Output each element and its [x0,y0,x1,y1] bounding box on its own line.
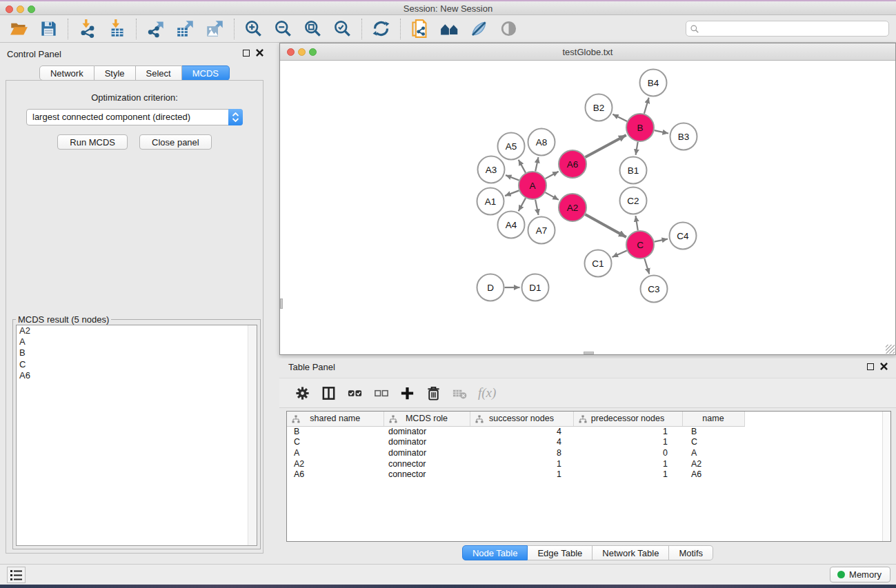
close-panel-icon[interactable] [880,363,888,370]
hide-selected-button[interactable] [464,17,494,41]
graph-edge-B-B1[interactable] [636,142,638,155]
apply-layout-button[interactable] [366,17,396,41]
task-history-button[interactable] [7,567,26,583]
tab-edge-table[interactable]: Edge Table [528,545,593,560]
export-image-button[interactable] [200,17,230,41]
close-panel-button[interactable]: Close panel [139,134,212,150]
window-resize-grip[interactable] [886,345,895,354]
import-table-button[interactable] [102,17,132,41]
graph-edge-A-A1[interactable] [505,190,519,196]
graph-edge-A-A2[interactable] [545,192,559,200]
table-cell: B [287,426,384,437]
network-canvas[interactable]: AA1A2A3A4A5A6A7A8BB1B2B3B4CC1C2C3C4DD1 [280,61,895,354]
list-item[interactable]: B [17,347,257,358]
graph-edge-C-C2[interactable] [636,216,638,230]
tab-select[interactable]: Select [136,65,182,81]
graph-edge-B-B2[interactable] [613,114,627,121]
run-mcds-button[interactable]: Run MCDS [57,134,128,150]
open-session-button[interactable] [4,17,34,41]
tab-node-table[interactable]: Node Table [462,545,528,560]
delete-table-button[interactable] [446,381,472,405]
column-header[interactable]: successor nodes [470,412,573,426]
search-input[interactable] [699,22,888,35]
graph-edge-A-A3[interactable] [506,175,519,180]
tab-style[interactable]: Style [94,65,136,81]
table-row[interactable]: Bdominator41B [287,426,744,437]
mcds-result-list[interactable]: A2ABCA6 [16,325,257,546]
tab-motifs[interactable]: Motifs [669,545,713,560]
tab-network[interactable]: Network [39,65,94,81]
graph-edge-A-A5[interactable] [519,160,526,173]
add-column-button[interactable] [394,381,420,405]
graph-edge-A-A6[interactable] [546,172,559,179]
graph-edge-C-C3[interactable] [644,258,649,274]
import-network-icon [78,19,97,38]
memory-button[interactable]: Memory [830,567,890,582]
import-network-button[interactable] [72,17,102,41]
graph-edge-B-B3[interactable] [655,130,668,133]
clone-network-button[interactable] [405,17,435,41]
column-header[interactable]: shared name [287,412,384,426]
column-header[interactable]: predecessor nodes [573,412,682,426]
float-panel-icon[interactable] [867,363,874,370]
close-panel-icon[interactable] [256,49,263,57]
delete-columns-button[interactable] [420,381,446,405]
result-list-scrollbar[interactable] [248,325,257,545]
table-row[interactable]: Cdominator41C [287,437,744,448]
graph-edge-A2-C[interactable] [585,214,626,237]
save-session-button[interactable] [34,17,63,41]
table-cell: A [682,447,744,458]
table-row[interactable]: Adominator80A [287,447,744,458]
plus-icon [399,385,415,401]
zoom-fit-button[interactable] [298,17,328,41]
optimization-criterion-select[interactable]: largest connected component (directed) [26,109,243,125]
checked-checkboxes-icon [347,385,363,401]
status-bar: Memory [0,564,896,585]
tab-mcds[interactable]: MCDS [182,65,230,81]
table-cell: 0 [573,447,682,458]
zoom-selected-button[interactable] [328,17,357,41]
control-panel: Control Panel Network Style Select MCDS … [0,43,269,564]
column-header[interactable]: MCDS role [384,412,470,426]
zoom-in-button[interactable] [239,17,268,41]
first-neighbors-button[interactable] [435,17,464,41]
graph-node-label: A7 [536,225,548,236]
zoom-out-button[interactable] [268,17,298,41]
float-panel-icon[interactable] [243,50,250,57]
list-item[interactable]: A6 [17,370,257,381]
horizontal-scrollbar-thumb[interactable] [584,352,594,354]
search-field[interactable] [686,21,889,37]
export-network-button[interactable] [141,17,170,41]
table-row[interactable]: A6connector11A6 [287,469,744,480]
toolbar-separator [234,19,235,39]
table-options-button[interactable] [289,381,315,405]
vertical-scrollbar-thumb[interactable] [280,298,283,309]
graph-edge-A-A4[interactable] [519,198,526,211]
show-columns-button[interactable] [315,381,341,405]
graph-edge-C-C4[interactable] [655,239,668,242]
delete-table-icon [452,385,468,401]
main-titlebar[interactable]: Session: New Session [0,1,896,15]
export-table-button[interactable] [170,17,200,41]
deselect-all-button[interactable] [368,381,394,405]
network-window-titlebar[interactable]: testGlobe.txt [280,43,895,61]
list-item[interactable]: A [17,336,257,347]
table-cell: 1 [573,458,682,469]
zoom-in-icon [244,19,263,38]
tab-network-table[interactable]: Network Table [593,545,669,560]
select-all-button[interactable] [341,381,368,405]
column-header[interactable]: name [682,412,744,426]
table-cell: 1 [573,437,682,448]
table-scrollbar[interactable] [882,412,890,541]
table-row[interactable]: A2connector11A2 [287,458,744,469]
graph-edge-A-A8[interactable] [535,157,538,171]
list-item[interactable]: A2 [17,325,257,336]
list-item[interactable]: C [17,359,257,370]
graph-edge-A-A7[interactable] [535,200,539,215]
show-all-button[interactable] [494,17,524,41]
graph-edge-C-C1[interactable] [613,251,627,257]
apply-function-button[interactable]: f(x) [478,385,496,401]
graph-node-label: D1 [529,283,541,293]
graph-edge-A6-B[interactable] [586,135,626,157]
graph-edge-B-B4[interactable] [644,98,649,114]
